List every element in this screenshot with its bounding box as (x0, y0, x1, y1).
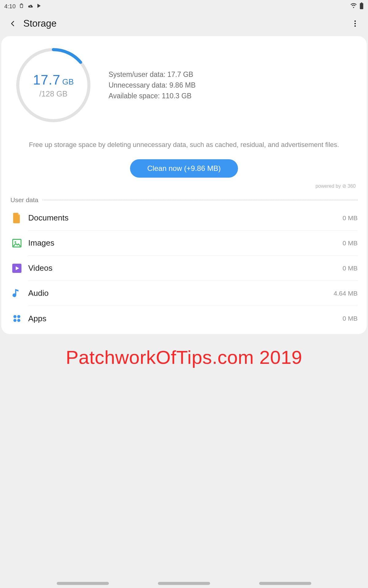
list-item-size: 0 MB (343, 239, 358, 247)
svg-point-4 (355, 25, 356, 27)
svg-rect-1 (361, 2, 362, 3)
wifi-icon (350, 3, 357, 10)
powered-by-label: powered by ⊘ 360 (10, 178, 358, 192)
donut-center-label: 17.7 GB /128 GB (13, 45, 93, 125)
image-icon (10, 239, 28, 248)
stat-system: System/user data: 17.7 GB (109, 70, 196, 79)
back-button[interactable] (7, 17, 19, 30)
used-unit: GB (62, 77, 74, 87)
cloud-download-icon (27, 3, 33, 10)
list-item-label: Images (28, 238, 54, 248)
stat-available: Available space: 110.3 GB (109, 92, 196, 100)
list-item-audio[interactable]: Audio 4.64 MB (10, 281, 358, 306)
svg-point-12 (13, 319, 17, 322)
stat-unneeded: Unnecessary data: 9.86 MB (109, 81, 196, 89)
list-item-size: 0 MB (343, 214, 358, 222)
storage-description: Free up storage space by deleting unnece… (10, 131, 358, 157)
nav-home-button[interactable] (158, 582, 210, 585)
vertical-dots-icon (354, 20, 356, 27)
svg-point-8 (15, 241, 16, 243)
storage-donut-chart: 17.7 GB /128 GB (13, 45, 93, 125)
watermark: PatchworkOfTips.com 2019 (0, 334, 368, 368)
system-navbar (0, 582, 368, 585)
svg-point-10 (13, 315, 17, 318)
list-item-label: Apps (28, 314, 46, 323)
video-icon (10, 264, 28, 273)
user-data-section-header: User data (10, 192, 358, 205)
svg-point-13 (17, 319, 20, 322)
status-right (350, 2, 364, 11)
svg-point-11 (17, 315, 20, 318)
user-data-list: Documents 0 MB Images 0 MB Videos 0 MB (10, 205, 358, 331)
page-title: Storage (23, 18, 349, 29)
storage-stats: System/user data: 17.7 GB Unnecessary da… (109, 70, 196, 100)
list-item-size: 0 MB (343, 265, 358, 272)
divider-dotted (43, 200, 358, 200)
svg-point-3 (355, 23, 356, 24)
storage-card: 17.7 GB /128 GB System/user data: 17.7 G… (1, 36, 367, 334)
storage-overview: 17.7 GB /128 GB System/user data: 17.7 G… (10, 42, 358, 131)
app-bar: Storage (0, 11, 368, 36)
list-item-label: Videos (28, 263, 52, 273)
play-store-icon (36, 3, 42, 10)
list-item-size: 4.64 MB (334, 290, 358, 297)
list-item-videos[interactable]: Videos 0 MB (10, 256, 358, 281)
list-item-size: 0 MB (343, 315, 358, 322)
list-item-label: Documents (28, 213, 69, 223)
bag-icon (19, 3, 24, 10)
clean-now-button[interactable]: Clean now (+9.86 MB) (130, 159, 238, 178)
document-icon (10, 213, 28, 223)
list-item-images[interactable]: Images 0 MB (10, 231, 358, 256)
svg-rect-0 (360, 3, 363, 9)
overflow-menu-button[interactable] (349, 17, 361, 30)
list-item-apps[interactable]: Apps 0 MB (10, 306, 358, 331)
nav-back-button[interactable] (259, 582, 311, 585)
section-title: User data (10, 196, 38, 204)
battery-icon (359, 2, 364, 11)
list-item-documents[interactable]: Documents 0 MB (10, 205, 358, 231)
nav-recent-button[interactable] (57, 582, 109, 585)
used-value: 17.7 (33, 72, 60, 88)
list-item-label: Audio (28, 288, 49, 298)
apps-icon (10, 314, 28, 323)
status-left: 4:10 (4, 3, 42, 10)
svg-point-2 (355, 21, 356, 22)
music-note-icon (10, 288, 28, 299)
status-bar: 4:10 (0, 0, 368, 11)
clock: 4:10 (4, 3, 16, 10)
total-capacity: /128 GB (39, 89, 67, 98)
chevron-left-icon (10, 20, 16, 27)
